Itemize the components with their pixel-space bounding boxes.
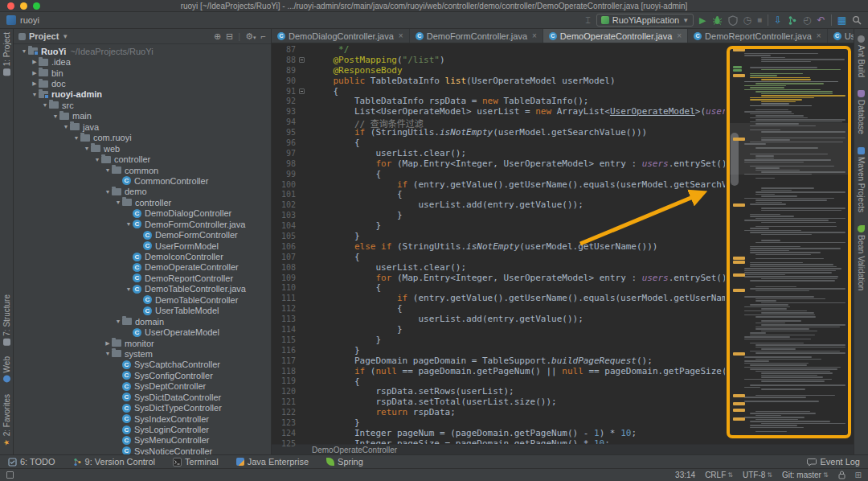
event-log-button[interactable]: Event Log bbox=[807, 457, 860, 467]
toolwindow-java-enterprise[interactable]: Java Enterprise bbox=[236, 457, 309, 467]
code-line[interactable]: { bbox=[312, 86, 725, 97]
code-line[interactable]: // 查询条件过滤 bbox=[312, 117, 725, 127]
tree-item-sysdeptcontroller[interactable]: CSysDeptController bbox=[14, 381, 271, 392]
code-line[interactable]: TableDataInfo rspData = new TableDataInf… bbox=[312, 96, 725, 106]
profiler-icon[interactable]: ◷ bbox=[743, 15, 751, 25]
code-line[interactable]: userList.clear(); bbox=[312, 262, 725, 273]
tool-stripe-structure[interactable]: 7: Structure bbox=[2, 294, 11, 346]
tree-item-main[interactable]: ▼main bbox=[14, 111, 271, 121]
local-history-icon[interactable]: ◴ bbox=[803, 15, 811, 25]
tree-item-doc[interactable]: ▶doc bbox=[14, 78, 271, 88]
tool-stripe-web[interactable]: Web bbox=[2, 356, 11, 382]
run-configuration-select[interactable]: RuoYiApplication ▼ bbox=[596, 14, 694, 27]
toolwindow-todo[interactable]: 6: TODO bbox=[8, 457, 55, 467]
tree-item-usertablemodel[interactable]: CUserTableModel bbox=[14, 306, 271, 316]
tree-item-sysindexcontroller[interactable]: CSysIndexController bbox=[14, 413, 271, 424]
rollback-icon[interactable]: ↶ bbox=[817, 15, 825, 25]
tree-item-monitor[interactable]: ▶monitor bbox=[14, 338, 271, 348]
tree-item-useroperatemodel[interactable]: CUserOperateModel bbox=[14, 327, 271, 337]
code-line[interactable]: userList.clear(); bbox=[312, 148, 725, 158]
code-line[interactable]: } bbox=[312, 220, 725, 231]
tree-item-controller[interactable]: ▼controller bbox=[14, 197, 271, 208]
code-line[interactable]: { bbox=[312, 376, 725, 387]
code-line[interactable]: @PostMapping("/list") bbox=[312, 55, 725, 65]
tree-item-userformmodel[interactable]: CUserFormModel bbox=[14, 240, 271, 251]
tree-item-system[interactable]: ▼system bbox=[14, 348, 271, 359]
tool-stripe-bean-validation[interactable]: Bean Validation bbox=[857, 225, 866, 290]
code-line[interactable]: { bbox=[312, 282, 725, 293]
code-line[interactable]: rspData.setTotal(userList.size()); bbox=[312, 397, 725, 407]
toggle-toolwindows-icon[interactable] bbox=[6, 471, 14, 479]
editor-tab[interactable]: CDemoOperateController.java× bbox=[543, 29, 688, 43]
expand-arrow-icon[interactable]: ▼ bbox=[114, 199, 122, 205]
locate-file-icon[interactable]: ⊕ bbox=[214, 31, 221, 42]
code-line[interactable]: { bbox=[312, 169, 725, 179]
expand-arrow-icon[interactable]: ▼ bbox=[104, 167, 112, 173]
run-with-coverage-icon[interactable] bbox=[728, 15, 738, 26]
tree-item-sysdicttypecontroller[interactable]: CSysDictTypeController bbox=[14, 402, 271, 413]
tree-item-demoformcontroller-java[interactable]: ▼CDemoFormController.java bbox=[14, 219, 271, 229]
expand-arrow-icon[interactable]: ▼ bbox=[72, 135, 80, 141]
line-separator-select[interactable]: CRLF⇅ bbox=[705, 471, 733, 479]
expand-arrow-icon[interactable]: ▼ bbox=[83, 146, 91, 151]
code-line[interactable]: if (entry.getValue().getUserName().equal… bbox=[312, 179, 725, 190]
fold-icon[interactable] bbox=[299, 88, 305, 94]
tool-stripe-database[interactable]: Database bbox=[857, 90, 866, 134]
tree-item-demo[interactable]: ▼demo bbox=[14, 187, 271, 197]
expand-arrow-icon[interactable]: ▼ bbox=[125, 286, 133, 292]
tree-item-sysconfigcontroller[interactable]: CSysConfigController bbox=[14, 370, 271, 380]
tool-stripe-ant-build[interactable]: Ant Build bbox=[857, 35, 866, 77]
code-line[interactable]: List<UserOperateModel> userList = new Ar… bbox=[312, 106, 725, 117]
tree-item-demotablecontroller[interactable]: CDemoTableController bbox=[14, 294, 271, 305]
code-line[interactable]: } bbox=[312, 417, 725, 428]
navigation-toggle-icon[interactable]: ⌶ bbox=[585, 15, 591, 25]
editor-tab[interactable]: CDemoFormController.java× bbox=[410, 29, 543, 43]
code-line[interactable]: public TableDataInfo list(UserOperateMod… bbox=[312, 76, 725, 86]
expand-arrow-icon[interactable]: ▼ bbox=[20, 48, 28, 54]
tree-item-demoreportcontroller[interactable]: CDemoReportController bbox=[14, 273, 271, 283]
encoding-select[interactable]: UTF-8⇅ bbox=[743, 471, 772, 479]
run-button[interactable]: ▶ bbox=[699, 15, 706, 25]
expand-arrow-icon[interactable]: ▼ bbox=[104, 189, 112, 195]
tree-item-demotablecontroller-java[interactable]: ▼CDemoTableController.java bbox=[14, 284, 271, 294]
editor-tab[interactable]: CDemoDialogController.java× bbox=[272, 29, 410, 43]
lock-icon[interactable] bbox=[838, 471, 845, 479]
collapse-arrow-icon[interactable]: ▶ bbox=[104, 340, 112, 347]
code-line[interactable]: else if (StringUtils.isNotEmpty(userMode… bbox=[312, 241, 725, 252]
code-line[interactable]: userList.add(entry.getValue()); bbox=[312, 314, 725, 324]
code-line[interactable]: } bbox=[312, 324, 725, 335]
tree-item-java[interactable]: ▼java bbox=[14, 121, 271, 132]
tree-item-commoncontroller[interactable]: CCommonController bbox=[14, 175, 271, 186]
tree-item-demodialogcontroller[interactable]: CDemoDialogController bbox=[14, 208, 271, 219]
code-line[interactable]: @ResponseBody bbox=[312, 65, 725, 76]
stop-button[interactable]: ■ bbox=[757, 15, 762, 25]
chevron-down-icon[interactable]: ▼ bbox=[62, 33, 68, 40]
close-tab-icon[interactable]: × bbox=[677, 31, 682, 40]
toolwindow-terminal[interactable]: Terminal bbox=[173, 457, 219, 467]
tree-item-demooperatecontroller[interactable]: CDemoOperateController bbox=[14, 262, 271, 273]
code-line[interactable]: } bbox=[312, 231, 725, 241]
code-line[interactable]: { bbox=[312, 189, 725, 199]
tree-item-bin[interactable]: ▶bin bbox=[14, 68, 271, 78]
code-line[interactable]: PageDomain pageDomain = TableSupport.bui… bbox=[312, 356, 725, 366]
tree-item-ruoyi[interactable]: ▼RuoYi~/IdeaProjects/RuoYi bbox=[14, 46, 271, 56]
search-everywhere-icon[interactable] bbox=[852, 15, 862, 25]
code-line[interactable]: } bbox=[312, 335, 725, 345]
code-line[interactable]: { bbox=[312, 252, 725, 262]
project-structure-icon[interactable]: ▦ bbox=[837, 15, 846, 25]
update-project-icon[interactable]: ⇩ bbox=[774, 15, 782, 25]
breadcrumb[interactable]: DemoOperateController bbox=[272, 444, 854, 454]
close-tab-icon[interactable]: × bbox=[817, 31, 821, 40]
tree-item-ruoyi-admin[interactable]: ▼ruoyi-admin bbox=[14, 89, 271, 100]
collapse-arrow-icon[interactable]: ▶ bbox=[31, 59, 39, 65]
tree-item-common[interactable]: ▼common bbox=[14, 165, 271, 175]
tree-item-demoformcontroller[interactable]: CDemoFormController bbox=[14, 229, 271, 240]
gear-icon[interactable]: ⚙▾ bbox=[245, 31, 256, 42]
code-editor[interactable]: */ @PostMapping("/list") @ResponseBody p… bbox=[312, 43, 725, 444]
tree-item-src[interactable]: ▼src bbox=[14, 100, 271, 110]
toolwindow-spring[interactable]: Spring bbox=[326, 457, 363, 467]
tree-item-syslogincontroller[interactable]: CSysLoginController bbox=[14, 424, 271, 434]
expand-arrow-icon[interactable]: ▼ bbox=[31, 92, 39, 97]
close-tab-icon[interactable]: × bbox=[399, 31, 403, 40]
caret-position[interactable]: 33:14 bbox=[675, 471, 695, 479]
